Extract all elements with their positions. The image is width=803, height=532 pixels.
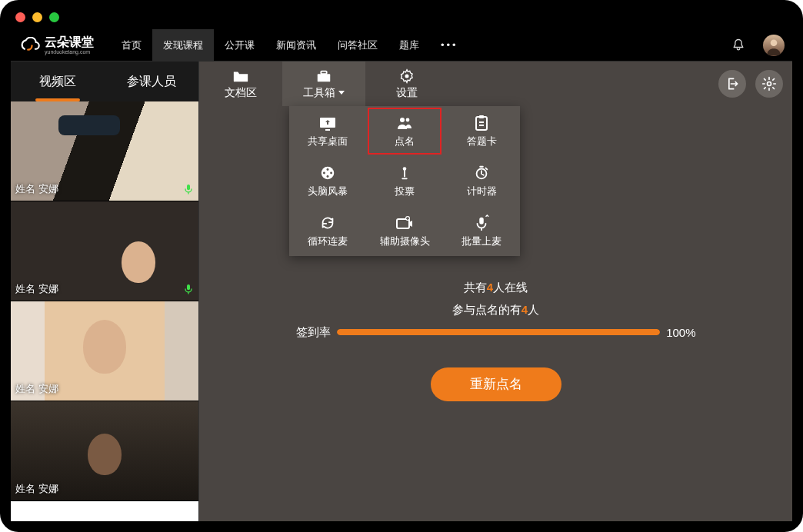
tools-dropdown: 共享桌面 点名 答题卡 头脑风暴 投票 [289, 106, 520, 256]
clipboard-icon [472, 115, 491, 131]
dd-label: 循环连麦 [308, 234, 348, 248]
svg-point-5 [405, 74, 409, 78]
vote-icon [395, 165, 414, 181]
rotate-icon [318, 214, 337, 231]
maximize-window[interactable] [49, 12, 59, 22]
tab-participants[interactable]: 参课人员 [105, 62, 198, 101]
main-panel: 文档区 工具箱 设置 [199, 62, 792, 521]
participant-name: 姓名 安娜 [15, 182, 58, 196]
svg-rect-2 [187, 284, 190, 290]
participant-name: 姓名 安娜 [15, 282, 58, 296]
logo-title: 云朵课堂 [45, 36, 94, 48]
svg-point-15 [330, 171, 332, 174]
nav-qa[interactable]: 问答社区 [327, 29, 388, 62]
dd-label: 答题卡 [467, 135, 497, 148]
dd-label: 辅助摄像头 [380, 234, 430, 248]
nav-public[interactable]: 公开课 [214, 29, 265, 62]
mic-icon[interactable] [182, 182, 195, 196]
nav-home[interactable]: 首页 [111, 29, 152, 62]
camera-tile[interactable]: 姓名 安娜 [11, 101, 198, 201]
svg-rect-3 [318, 74, 331, 81]
svg-rect-1 [187, 185, 190, 190]
svg-point-8 [400, 118, 405, 122]
svg-point-14 [323, 171, 325, 174]
dd-brainstorm[interactable]: 头脑风暴 [289, 156, 366, 206]
participant-name: 姓名 安娜 [15, 382, 58, 396]
dd-roll-call[interactable]: 点名 [366, 106, 443, 156]
share-screen-icon [318, 115, 337, 131]
dd-label: 计时器 [467, 185, 497, 198]
svg-point-13 [327, 168, 329, 170]
toolbox-icon [315, 68, 332, 84]
toolbar-documents[interactable]: 文档区 [199, 62, 282, 106]
camera-plus-icon [395, 214, 414, 231]
dd-timer[interactable]: 计时器 [443, 156, 520, 206]
chevron-down-icon [338, 91, 345, 95]
rate-pct: 100% [666, 326, 695, 339]
progress-fill [337, 329, 661, 335]
logo[interactable]: 云朵课堂 yunduoketang.com [18, 36, 111, 55]
dd-label: 投票 [395, 185, 415, 198]
toolbar-label: 文档区 [225, 86, 257, 100]
dd-rotate-mic[interactable]: 循环连麦 [289, 206, 366, 256]
exit-button[interactable] [718, 70, 746, 98]
camera-tile[interactable]: 姓名 安娜 [11, 301, 198, 401]
dd-label: 头脑风暴 [308, 185, 348, 198]
dd-aux-camera[interactable]: 辅助摄像头 [366, 206, 443, 256]
camera-tile[interactable]: 姓名 安娜 [11, 401, 198, 501]
svg-rect-4 [321, 71, 326, 74]
nav-items: 首页 发现课程 公开课 新闻资讯 问答社区 题库 ••• [111, 29, 469, 62]
main-toolbar: 文档区 工具箱 设置 [199, 62, 792, 106]
svg-point-9 [406, 118, 410, 121]
left-panel: 视频区 参课人员 姓名 安娜 姓名 安娜 姓名 安娜 [11, 62, 199, 521]
svg-point-0 [771, 39, 778, 46]
nav-news[interactable]: 新闻资讯 [265, 29, 327, 62]
progress-row: 签到率 100% [296, 325, 696, 340]
dd-share-screen[interactable]: 共享桌面 [289, 106, 366, 156]
folder-icon [232, 68, 249, 84]
gear-icon [761, 76, 777, 91]
avatar[interactable] [763, 35, 785, 56]
svg-rect-11 [479, 115, 484, 118]
toolbar-tools[interactable]: 工具箱 [282, 62, 365, 106]
participant-name: 姓名 安娜 [15, 482, 58, 496]
dd-label: 共享桌面 [308, 135, 348, 148]
gear-icon [398, 68, 415, 84]
nav-more[interactable]: ••• [430, 29, 469, 62]
attend-count-line: 参与点名的有4人 [452, 303, 539, 318]
dd-label: 点名 [395, 135, 415, 148]
bell-icon[interactable] [728, 35, 749, 56]
video-list: 姓名 安娜 姓名 安娜 姓名 安娜 姓名 安娜 [11, 101, 198, 521]
minimize-window[interactable] [32, 12, 42, 22]
close-window[interactable] [15, 12, 25, 22]
nav-bank[interactable]: 题库 [388, 29, 430, 62]
toolbar-settings[interactable]: 设置 [365, 62, 448, 106]
dd-vote[interactable]: 投票 [366, 156, 443, 206]
dd-answer-card[interactable]: 答题卡 [443, 106, 520, 156]
tab-video[interactable]: 视频区 [11, 62, 105, 101]
exit-icon [725, 76, 740, 91]
camera-tile[interactable]: 姓名 安娜 [11, 201, 198, 301]
online-count-line: 共有4人在线 [464, 281, 528, 295]
settings-button[interactable] [755, 70, 783, 98]
toolbar-label: 设置 [396, 86, 418, 100]
camera-tile-empty [11, 501, 198, 521]
svg-point-16 [327, 175, 329, 178]
dd-label: 批量上麦 [461, 234, 501, 248]
rollcall-again-button[interactable]: 重新点名 [431, 367, 561, 401]
film-reel-icon [318, 165, 337, 181]
people-icon [395, 115, 414, 131]
left-tabs: 视频区 参课人员 [11, 62, 198, 101]
nav-discover[interactable]: 发现课程 [152, 29, 214, 62]
top-nav: 云朵课堂 yunduoketang.com 首页 发现课程 公开课 新闻资讯 问… [11, 29, 792, 62]
toolbar-label: 工具箱 [303, 86, 345, 100]
svg-rect-21 [479, 217, 484, 224]
timer-icon [472, 165, 491, 181]
dd-bulk-mic[interactable]: 批量上麦 [443, 206, 520, 256]
mic-icon[interactable] [182, 282, 195, 296]
window-controls [15, 12, 59, 22]
progress-bar [337, 329, 661, 335]
app-window: 云朵课堂 yunduoketang.com 首页 发现课程 公开课 新闻资讯 问… [0, 0, 803, 532]
svg-rect-10 [476, 117, 487, 130]
rate-label: 签到率 [296, 325, 331, 340]
